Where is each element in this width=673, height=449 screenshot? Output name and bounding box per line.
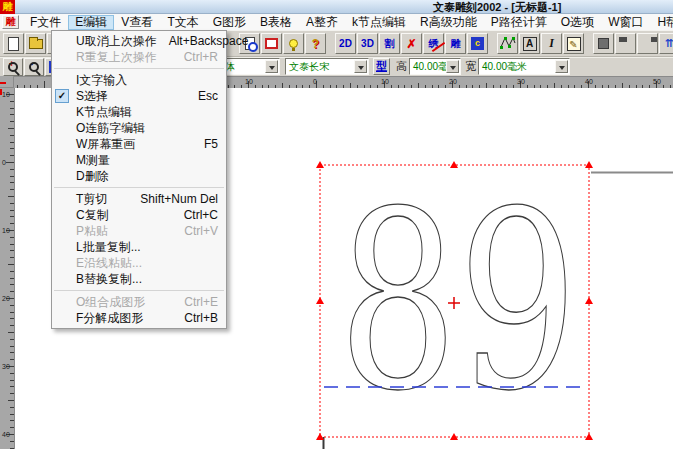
menu-item-label: T剪切: [76, 191, 107, 208]
menubar-item-options[interactable]: O选项: [554, 15, 601, 30]
menubar-item-window[interactable]: W窗口: [601, 15, 650, 30]
magnifier-icon: [29, 62, 39, 72]
menu-item-select[interactable]: ✓S选择Esc: [52, 88, 226, 104]
chevron-down-icon[interactable]: [354, 60, 367, 73]
chevron-down-icon[interactable]: [446, 60, 459, 73]
menu-item-shortcut: Ctrl+B: [172, 311, 218, 325]
menu-item-label: W屏幕重画: [76, 136, 135, 153]
color-chip-button[interactable]: c: [467, 33, 488, 54]
menubar-item-help[interactable]: H帮助: [650, 15, 673, 30]
delete-toolpath-button[interactable]: ✗: [401, 33, 422, 54]
checkmark-icon: ✓: [55, 89, 69, 103]
hruler-label: 40: [585, 78, 593, 85]
menubar-item-advanced[interactable]: R高级功能: [413, 15, 484, 30]
help-button[interactable]: ?: [305, 33, 326, 54]
menu-item-label: R重复上次操作: [76, 49, 157, 66]
tip-lightbulb-icon: [289, 39, 298, 48]
menu-item-batch-copy[interactable]: L批量复制...: [52, 239, 226, 255]
menubar-item-edit[interactable]: E编辑: [68, 15, 114, 30]
menu-item-shortcut: Alt+Backspace: [157, 34, 249, 48]
menu-item-replace-copy[interactable]: B替换复制...: [52, 271, 226, 287]
menubar-item-file[interactable]: F文件: [23, 15, 68, 30]
new-document-button[interactable]: [3, 33, 24, 54]
menubar-item-align[interactable]: A整齐: [299, 15, 345, 30]
menu-item-label: I文字输入: [76, 72, 127, 89]
chevron-down-icon[interactable]: [555, 60, 568, 73]
selection-handle[interactable]: [585, 433, 593, 440]
window-title: 文泰雕刻2002 - [无标题-1]: [433, 0, 561, 14]
cutting-icon: 割: [385, 37, 395, 51]
menu-item-stroke-edit[interactable]: O连筋字编辑: [52, 120, 226, 136]
menu-item-copy[interactable]: C复制Ctrl+C: [52, 207, 226, 223]
view-2d-icon: 2D: [339, 38, 352, 49]
vruler-label: 10: [2, 227, 10, 234]
selection-handle[interactable]: [316, 297, 324, 304]
menu-item-undo[interactable]: U取消上次操作Alt+Backspace: [52, 33, 226, 49]
zoom-in-button[interactable]: +: [3, 58, 23, 76]
vruler-label: 40: [2, 431, 10, 438]
menu-item-shortcut: Esc: [186, 89, 218, 103]
menu-item-paste: P粘贴Ctrl+V: [52, 223, 226, 239]
type-button[interactable]: 型: [373, 58, 390, 75]
menu-item-shortcut: Ctrl+E: [172, 295, 218, 309]
node-edit-button[interactable]: [497, 33, 518, 54]
italic-icon: I: [549, 36, 554, 51]
menubar-item-view[interactable]: V查看: [114, 15, 160, 30]
menubar-item-text[interactable]: T文本: [160, 15, 205, 30]
selection-handle[interactable]: [316, 161, 324, 168]
align-center-button[interactable]: [615, 33, 636, 54]
hruler-label: 10: [381, 78, 389, 85]
hruler-label: 0: [313, 78, 317, 85]
text-edit-button[interactable]: ✎: [563, 33, 584, 54]
menu-item-label: K节点编辑: [76, 104, 132, 121]
baseline-button[interactable]: ⇈: [659, 33, 673, 54]
menu-item-shortcut: Ctrl+R: [172, 50, 218, 64]
selection-handle[interactable]: [585, 161, 593, 168]
menu-item-delete[interactable]: D删除: [52, 168, 226, 184]
menu-item-ungroup[interactable]: F分解成图形Ctrl+B: [52, 310, 226, 326]
document-window-icon[interactable]: 雕: [2, 15, 19, 29]
menubar-item-table[interactable]: B表格: [253, 15, 299, 30]
menu-item-label: C复制: [76, 207, 109, 224]
vruler-label: 0: [2, 159, 6, 166]
height-combo[interactable]: 40.00毫米: [409, 58, 461, 75]
selection-handle[interactable]: [316, 433, 324, 440]
font-category-combo[interactable]: 体: [221, 58, 280, 75]
selection-handle[interactable]: [585, 297, 593, 304]
page-frame-button[interactable]: [261, 33, 282, 54]
width-combo[interactable]: 40.00毫米: [478, 58, 570, 75]
hruler-label: 50: [653, 78, 661, 85]
view-3d-button[interactable]: 3D: [357, 33, 378, 54]
menu-item-cut[interactable]: T剪切Shift+Num Del: [52, 191, 226, 207]
engrave-button[interactable]: 雕: [445, 33, 466, 54]
menu-item-node-edit[interactable]: K节点编辑: [52, 104, 226, 120]
height-label: 高: [396, 59, 407, 74]
fill-solid-icon: [598, 38, 609, 49]
menubar-item-path-calc[interactable]: P路径计算: [484, 15, 554, 30]
menubar-item-node-edit[interactable]: k节点编辑: [345, 15, 413, 30]
menu-item-label: L批量复制...: [76, 239, 141, 256]
embroidery-button[interactable]: 绣: [423, 33, 444, 54]
tip-lightbulb-button[interactable]: [283, 33, 304, 54]
menu-item-redraw-screen[interactable]: W屏幕重画F5: [52, 136, 226, 152]
align-right-button[interactable]: [637, 33, 658, 54]
ruler-tick: [6, 162, 14, 163]
font-name-combo[interactable]: 文泰长宋: [285, 58, 369, 75]
zoom-out-button[interactable]: -: [24, 58, 44, 76]
menu-item-label: P粘贴: [76, 223, 108, 240]
ruler-tick: [44, 81, 45, 88]
fill-solid-button[interactable]: [593, 33, 614, 54]
italic-button[interactable]: I: [541, 33, 562, 54]
chevron-down-icon[interactable]: [265, 60, 278, 73]
cutting-button[interactable]: 割: [379, 33, 400, 54]
menu-item-label: B替换复制...: [76, 271, 142, 288]
edit-dropdown-menu: U取消上次操作Alt+BackspaceR重复上次操作Ctrl+RI文字输入✓S…: [51, 30, 227, 329]
magnifier-icon: [8, 62, 18, 72]
open-file-button[interactable]: [25, 33, 46, 54]
view-2d-button[interactable]: 2D: [335, 33, 356, 54]
menubar-item-graphics[interactable]: G图形: [206, 15, 253, 30]
text-frame-button[interactable]: A: [519, 33, 540, 54]
menu-item-measure[interactable]: M测量: [52, 152, 226, 168]
menu-item-text-input[interactable]: I文字输入: [52, 72, 226, 88]
open-file-icon: [29, 39, 43, 49]
